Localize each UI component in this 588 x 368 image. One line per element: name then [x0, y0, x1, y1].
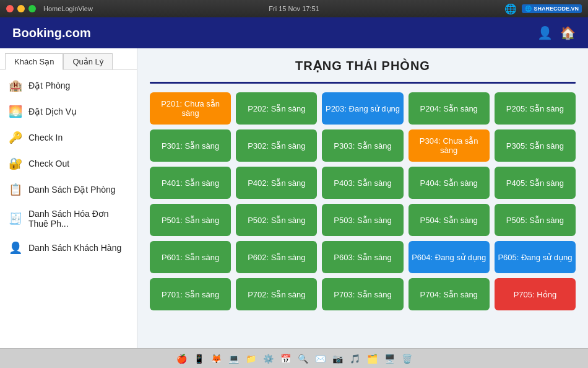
- sidebar-label-check-in: Check In: [28, 133, 63, 142]
- room-cell-p403[interactable]: P403: Sẵn sàng: [322, 167, 403, 199]
- room-cell-p503[interactable]: P503: Sẵn sàng: [322, 204, 403, 236]
- room-cell-p703[interactable]: P703: Sẵn sàng: [322, 278, 403, 310]
- minimize-button[interactable]: [17, 5, 25, 12]
- sidebar-item-danh-sach-khach-hang[interactable]: 👤 Danh Sách Khách Hàng: [0, 235, 137, 261]
- dock-icon-10[interactable]: 🎵: [348, 352, 361, 366]
- room-cell-p705[interactable]: P705: Hỏng: [495, 278, 576, 310]
- sidebar-label-dat-dich-vu: Đặt Dịch Vụ: [28, 107, 77, 116]
- tab-quan-ly[interactable]: Quản Lý: [63, 53, 113, 69]
- section-title: TRẠNG THÁI PHÒNG: [150, 58, 576, 73]
- sidebar-item-check-in[interactable]: 🔑 Check In: [0, 125, 137, 151]
- sidebar-item-check-out[interactable]: 🔐 Check Out: [0, 151, 137, 177]
- checkin-icon: 🔑: [9, 131, 22, 144]
- room-cell-p405[interactable]: P405: Sẵn sàng: [495, 167, 576, 199]
- app-name: HomeLoginView: [43, 5, 93, 12]
- sidebar-label-danh-sach-hoa-don: Danh Sách Hóa Đơn Thuê Ph...: [28, 209, 128, 229]
- sidebar-label-danh-sach-khach-hang: Danh Sách Khách Hàng: [28, 243, 121, 253]
- room-row: P501: Sẵn sàngP502: Sẵn sàngP503: Sẵn sà…: [150, 204, 576, 236]
- tab-khach-san[interactable]: Khách Sạn: [5, 53, 63, 70]
- hotel-icon: 🏨: [9, 79, 22, 92]
- traffic-lights: HomeLoginView: [6, 5, 93, 12]
- room-row: P601: Sẵn sàngP602: Sẵn sàngP603: Sẵn sà…: [150, 241, 576, 273]
- dock-icon-13[interactable]: 🗑️: [400, 352, 413, 366]
- room-row: P401: Sẵn sàngP402: Sẵn sàngP403: Sẵn sà…: [150, 167, 576, 199]
- room-cell-p302[interactable]: P302: Sẵn sàng: [236, 129, 317, 162]
- dock-icon-6[interactable]: 📅: [279, 352, 292, 366]
- room-cell-p701[interactable]: P701: Sẵn sàng: [150, 278, 231, 310]
- sidebar-label-danh-sach-dat-phong: Danh Sách Đặt Phòng: [28, 185, 116, 195]
- sidebar-label-dat-phong: Đặt Phòng: [28, 81, 70, 90]
- sidebar-item-danh-sach-dat-phong[interactable]: 📋 Danh Sách Đặt Phòng: [0, 177, 137, 203]
- sidebar-item-dat-dich-vu[interactable]: 🌅 Đặt Dịch Vụ: [0, 99, 137, 125]
- room-cell-p304[interactable]: P304: Chưa sẵn sàng: [409, 129, 490, 162]
- room-grid: P201: Chưa sẵn sàngP202: Sẵn sàngP203: Đ…: [150, 92, 576, 310]
- dock-icon-3[interactable]: 💻: [227, 352, 240, 366]
- room-cell-p204[interactable]: P204: Sẵn sàng: [409, 92, 490, 125]
- main-layout: Khách Sạn Quản Lý 🏨 Đặt Phòng 🌅 Đặt Dịch…: [0, 48, 588, 348]
- sidebar-label-check-out: Check Out: [28, 159, 69, 169]
- header-icons: 👤 🏠: [537, 25, 576, 40]
- user-icon[interactable]: 👤: [537, 25, 553, 40]
- room-cell-p704[interactable]: P704: Sẵn sàng: [409, 278, 490, 310]
- sharecode-logo: 🌐 SHARECODE.VN: [522, 4, 582, 13]
- room-cell-p501[interactable]: P501: Sẵn sàng: [150, 204, 231, 236]
- room-cell-p602[interactable]: P602: Sẵn sàng: [236, 241, 317, 273]
- sidebar-menu: 🏨 Đặt Phòng 🌅 Đặt Dịch Vụ 🔑 Check In 🔐 C…: [0, 70, 137, 263]
- dock-icon-9[interactable]: 📷: [331, 352, 344, 366]
- room-cell-p401[interactable]: P401: Sẵn sàng: [150, 167, 231, 199]
- dock-icon-11[interactable]: 🗂️: [365, 352, 379, 366]
- room-cell-p601[interactable]: P601: Sẵn sàng: [150, 241, 231, 273]
- room-cell-p504[interactable]: P504: Sẵn sàng: [409, 204, 490, 236]
- room-cell-p604[interactable]: P604: Đang sử dụng: [409, 241, 490, 273]
- sidebar-tabs: Khách Sạn Quản Lý: [0, 48, 137, 70]
- room-row: P201: Chưa sẵn sàngP202: Sẵn sàngP203: Đ…: [150, 92, 576, 125]
- dock-icon-1[interactable]: 📱: [192, 352, 205, 366]
- room-cell-p301[interactable]: P301: Sẵn sàng: [150, 129, 231, 162]
- room-cell-p502[interactable]: P502: Sẵn sàng: [236, 204, 317, 236]
- room-cell-p202[interactable]: P202: Sẵn sàng: [236, 92, 317, 125]
- service-icon: 🌅: [9, 105, 22, 118]
- room-cell-p203[interactable]: P203: Đang sử dụng: [322, 92, 403, 125]
- dock: 🍎📱🦊💻📁⚙️📅🔍✉️📷🎵🗂️🖥️🗑️: [0, 348, 588, 368]
- title-bar: HomeLoginView Fri 15 Nov 17:51 🌐 🌐 SHARE…: [0, 0, 588, 17]
- room-cell-p205[interactable]: P205: Sẵn sàng: [495, 92, 576, 125]
- room-row: P301: Sẵn sàngP302: Sẵn sàngP303: Sẵn sà…: [150, 129, 576, 162]
- divider: [150, 82, 576, 84]
- room-row: P701: Sẵn sàngP702: Sẵn sàngP703: Sẵn sà…: [150, 278, 576, 310]
- content-area: TRẠNG THÁI PHÒNG P201: Chưa sẵn sàngP202…: [137, 48, 588, 348]
- room-cell-p702[interactable]: P702: Sẵn sàng: [236, 278, 317, 310]
- sidebar-item-danh-sach-hoa-don[interactable]: 🧾 Danh Sách Hóa Đơn Thuê Ph...: [0, 203, 137, 235]
- room-cell-p402[interactable]: P402: Sẵn sàng: [236, 167, 317, 199]
- dock-icon-0[interactable]: 🍎: [175, 352, 188, 366]
- dock-icon-12[interactable]: 🖥️: [383, 352, 396, 366]
- invoice-icon: 🧾: [9, 212, 22, 226]
- app-title: Booking.com: [12, 26, 91, 40]
- room-cell-p505[interactable]: P505: Sẵn sàng: [495, 204, 576, 236]
- maximize-button[interactable]: [28, 5, 36, 12]
- sidebar: Khách Sạn Quản Lý 🏨 Đặt Phòng 🌅 Đặt Dịch…: [0, 48, 137, 348]
- app-header: Booking.com 👤 🏠: [0, 17, 588, 48]
- checkout-icon: 🔐: [9, 157, 22, 170]
- room-cell-p603[interactable]: P603: Sẵn sàng: [322, 241, 403, 273]
- sidebar-item-dat-phong[interactable]: 🏨 Đặt Phòng: [0, 72, 137, 99]
- room-cell-p305[interactable]: P305: Sẵn sàng: [495, 129, 576, 162]
- dock-icon-4[interactable]: 📁: [244, 352, 257, 366]
- title-bar-right: 🌐 🌐 SHARECODE.VN: [504, 3, 582, 15]
- room-cell-p605[interactable]: P605: Đang sử dụng: [495, 241, 576, 273]
- room-cell-p303[interactable]: P303: Sẵn sàng: [322, 129, 403, 162]
- customer-icon: 👤: [9, 241, 22, 255]
- list-icon: 📋: [9, 183, 22, 196]
- close-button[interactable]: [6, 5, 14, 12]
- home-icon[interactable]: 🏠: [560, 25, 576, 40]
- datetime: Fri 15 Nov 17:51: [269, 5, 319, 12]
- room-cell-p404[interactable]: P404: Sẵn sàng: [409, 167, 490, 199]
- dock-icon-5[interactable]: ⚙️: [261, 352, 275, 366]
- dock-icon-8[interactable]: ✉️: [313, 352, 327, 366]
- room-cell-p201[interactable]: P201: Chưa sẵn sàng: [150, 92, 231, 125]
- dock-icon-7[interactable]: 🔍: [296, 352, 309, 366]
- dock-icon-2[interactable]: 🦊: [209, 352, 223, 366]
